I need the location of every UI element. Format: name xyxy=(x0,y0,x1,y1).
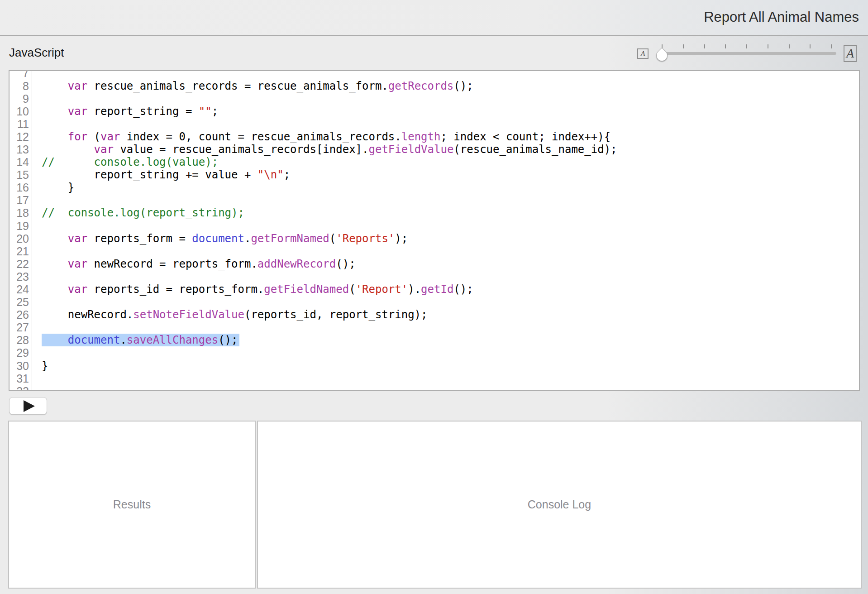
results-placeholder: Results xyxy=(113,498,151,511)
language-label: JavaScript xyxy=(9,36,64,69)
line-number: 10 xyxy=(10,105,29,118)
line-number: 13 xyxy=(10,143,29,156)
code-line-25[interactable] xyxy=(32,296,859,308)
code-line-16[interactable]: } xyxy=(32,181,859,194)
code-line-15[interactable]: report_string += value + "\n"; xyxy=(32,168,859,181)
line-number: 12 xyxy=(10,130,29,143)
line-number: 32 xyxy=(10,385,29,391)
code-line-17[interactable] xyxy=(32,194,859,206)
line-number: 15 xyxy=(10,168,29,181)
line-number: 16 xyxy=(10,181,29,194)
code-line-11[interactable] xyxy=(32,118,859,130)
line-number: 23 xyxy=(10,270,29,283)
code-line-13[interactable]: var value = rescue_animals_records[index… xyxy=(32,143,859,156)
line-number: 30 xyxy=(10,359,29,372)
line-number: 24 xyxy=(10,283,29,296)
code-line-28[interactable]: document.saveAllChanges(); xyxy=(32,334,859,346)
slider-knob[interactable] xyxy=(654,48,670,63)
increase-font-size-icon[interactable]: A xyxy=(844,45,857,62)
code-lines[interactable]: var rescue_animals_records = rescue_anim… xyxy=(32,70,859,391)
line-number: 20 xyxy=(10,232,29,245)
run-script-button[interactable] xyxy=(9,397,47,415)
slider-tick xyxy=(746,44,747,48)
line-number: 25 xyxy=(10,296,29,308)
decrease-font-size-icon[interactable]: A xyxy=(637,48,649,59)
line-number: 9 xyxy=(10,92,29,105)
slider-tick xyxy=(683,44,684,48)
line-number-gutter: 7891011121314151617181920212223242526272… xyxy=(10,70,29,391)
line-number: 17 xyxy=(10,194,29,206)
line-number: 22 xyxy=(10,258,29,270)
title-bar: Report All Animal Names xyxy=(0,0,868,36)
script-editor[interactable]: 7891011121314151617181920212223242526272… xyxy=(9,70,860,391)
slider-tick xyxy=(831,44,832,48)
slider-tick xyxy=(704,44,705,48)
code-line-14[interactable]: // console.log(value); xyxy=(32,156,859,168)
line-number: 8 xyxy=(10,80,29,92)
line-number: 18 xyxy=(10,206,29,219)
code-line-20[interactable]: var reports_form = document.getFormNamed… xyxy=(32,232,859,245)
slider-ticks xyxy=(662,44,832,48)
code-line-12[interactable]: for (var index = 0, count = rescue_anima… xyxy=(32,130,859,143)
code-line-29[interactable] xyxy=(32,346,859,359)
code-line-7[interactable] xyxy=(32,70,859,80)
slider-tick xyxy=(789,44,790,48)
code-line-9[interactable] xyxy=(32,92,859,105)
play-icon xyxy=(24,400,35,412)
code-line-23[interactable] xyxy=(32,270,859,283)
code-line-8[interactable]: var rescue_animals_records = rescue_anim… xyxy=(32,80,859,92)
slider-tick xyxy=(768,44,768,48)
line-number: 19 xyxy=(10,220,29,232)
slider-track[interactable] xyxy=(657,52,836,55)
code-line-10[interactable]: var report_string = ""; xyxy=(32,105,859,118)
slider-tick xyxy=(810,44,811,48)
code-line-18[interactable]: // console.log(report_string); xyxy=(32,206,859,219)
line-number: 31 xyxy=(10,372,29,385)
line-number: 27 xyxy=(10,321,29,334)
code-line-22[interactable]: var newRecord = reports_form.addNewRecor… xyxy=(32,258,859,270)
code-line-21[interactable] xyxy=(32,245,859,258)
console-log-placeholder: Console Log xyxy=(528,498,591,511)
code-line-32[interactable] xyxy=(32,385,859,391)
line-number: 28 xyxy=(10,334,29,346)
code-line-24[interactable]: var reports_id = reports_form.getFieldNa… xyxy=(32,283,859,296)
line-number: 26 xyxy=(10,308,29,321)
line-number: 7 xyxy=(10,70,29,80)
line-number: 11 xyxy=(10,118,29,130)
line-number: 21 xyxy=(10,245,29,258)
results-panel[interactable]: Results xyxy=(8,421,256,589)
code-line-27[interactable] xyxy=(32,321,859,334)
line-number: 29 xyxy=(10,346,29,359)
code-line-26[interactable]: newRecord.setNoteFieldValue(reports_id, … xyxy=(32,308,859,321)
code-line-30[interactable]: } xyxy=(32,359,859,372)
line-number: 14 xyxy=(10,156,29,168)
code-line-31[interactable] xyxy=(32,372,859,385)
toolbar: JavaScript A A xyxy=(0,36,868,70)
page-title: Report All Animal Names xyxy=(704,0,859,34)
slider-tick xyxy=(725,44,726,48)
code-line-19[interactable] xyxy=(32,220,859,232)
selected-code: document.saveAllChanges(); xyxy=(42,334,239,346)
console-log-panel[interactable]: Console Log xyxy=(257,421,862,589)
